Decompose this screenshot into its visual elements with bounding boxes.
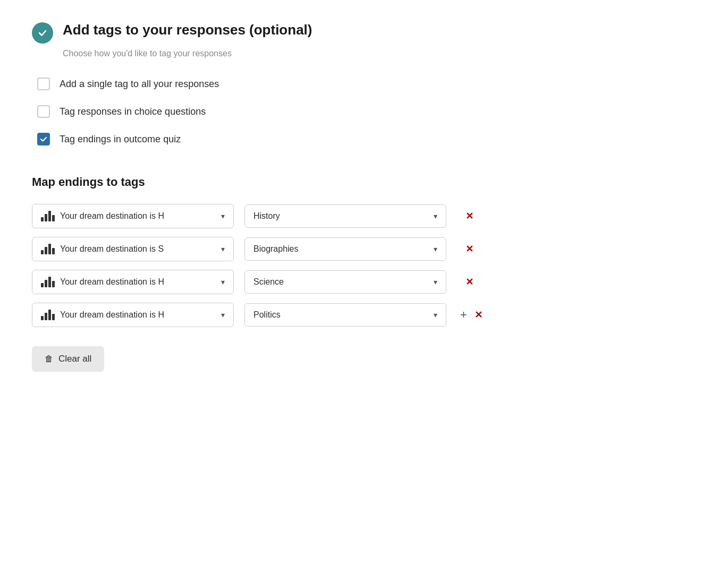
tag-text-2: Science — [253, 277, 284, 287]
ending-dropdown-0[interactable]: Your dream destination is H ▾ — [32, 204, 234, 228]
tag-dropdown-2[interactable]: Science ▾ — [244, 270, 446, 294]
clear-all-button[interactable]: 🗑 Clear all — [32, 346, 104, 372]
bar-chart-icon-3 — [41, 310, 55, 320]
trash-icon: 🗑 — [45, 354, 53, 364]
action-icons-3: + ✕ — [460, 308, 482, 322]
ending-text-3: Your dream destination is H — [60, 310, 216, 320]
action-icons-1: ✕ — [460, 243, 473, 255]
add-row-button[interactable]: + — [460, 308, 467, 322]
ending-text-1: Your dream destination is S — [60, 244, 216, 254]
chevron-down-icon-2: ▾ — [221, 278, 225, 286]
tag-text-0: History — [253, 211, 280, 221]
header-check-circle — [32, 22, 53, 44]
chevron-down-icon-1: ▾ — [221, 245, 225, 253]
checkbox-label-choice-tag: Tag responses in choice questions — [60, 106, 206, 117]
ending-text-0: Your dream destination is H — [60, 211, 216, 221]
checkbox-label-outcome-tag: Tag endings in outcome quiz — [60, 134, 181, 145]
ending-dropdown-2[interactable]: Your dream destination is H ▾ — [32, 270, 234, 294]
tag-chevron-2: ▾ — [434, 278, 437, 286]
remove-row-0[interactable]: ✕ — [465, 210, 473, 222]
bar-chart-icon-1 — [41, 244, 55, 254]
ending-dropdown-1[interactable]: Your dream destination is S ▾ — [32, 237, 234, 261]
tag-dropdown-3[interactable]: Politics ▾ — [244, 303, 446, 327]
mapping-row-3: Your dream destination is H ▾ Politics ▾… — [32, 303, 696, 327]
checkbox-section: Add a single tag to all your responses T… — [37, 78, 696, 146]
checkbox-choice-tag[interactable] — [37, 105, 50, 118]
mapping-row-0: Your dream destination is H ▾ History ▾ … — [32, 204, 696, 228]
page-subtitle: Choose how you'd like to tag your respon… — [63, 49, 696, 58]
chevron-down-icon-3: ▾ — [221, 311, 225, 319]
map-section: Map endings to tags Your dream destinati… — [32, 175, 696, 372]
tag-chevron-0: ▾ — [434, 212, 437, 220]
page-title: Add tags to your responses (optional) — [63, 21, 312, 39]
remove-row-1[interactable]: ✕ — [465, 243, 473, 255]
bar-chart-icon-2 — [41, 277, 55, 287]
remove-row-2[interactable]: ✕ — [465, 276, 473, 288]
checkbox-row-single-tag: Add a single tag to all your responses — [37, 78, 696, 90]
clear-all-label: Clear all — [58, 354, 91, 364]
checkbox-row-choice-tag: Tag responses in choice questions — [37, 105, 696, 118]
action-icons-2: ✕ — [460, 276, 473, 288]
tag-text-1: Biographies — [253, 244, 299, 254]
bar-chart-icon-0 — [41, 211, 55, 221]
checkbox-row-outcome-tag: Tag endings in outcome quiz — [37, 133, 696, 146]
tag-text-3: Politics — [253, 310, 281, 320]
tag-chevron-3: ▾ — [434, 311, 437, 319]
checkbox-single-tag[interactable] — [37, 78, 50, 90]
ending-text-2: Your dream destination is H — [60, 277, 216, 287]
chevron-down-icon-0: ▾ — [221, 212, 225, 220]
ending-dropdown-3[interactable]: Your dream destination is H ▾ — [32, 303, 234, 327]
checkbox-label-single-tag: Add a single tag to all your responses — [60, 79, 219, 90]
mapping-rows: Your dream destination is H ▾ History ▾ … — [32, 204, 696, 327]
map-section-title: Map endings to tags — [32, 175, 696, 189]
checkbox-outcome-tag[interactable] — [37, 133, 50, 146]
action-icons-0: ✕ — [460, 210, 473, 222]
mapping-row-1: Your dream destination is S ▾ Biographie… — [32, 237, 696, 261]
mapping-row-2: Your dream destination is H ▾ Science ▾ … — [32, 270, 696, 294]
tag-dropdown-0[interactable]: History ▾ — [244, 204, 446, 228]
tag-dropdown-1[interactable]: Biographies ▾ — [244, 237, 446, 261]
tag-chevron-1: ▾ — [434, 245, 437, 253]
remove-row-3[interactable]: ✕ — [475, 309, 482, 321]
page-header: Add tags to your responses (optional) — [32, 21, 696, 44]
